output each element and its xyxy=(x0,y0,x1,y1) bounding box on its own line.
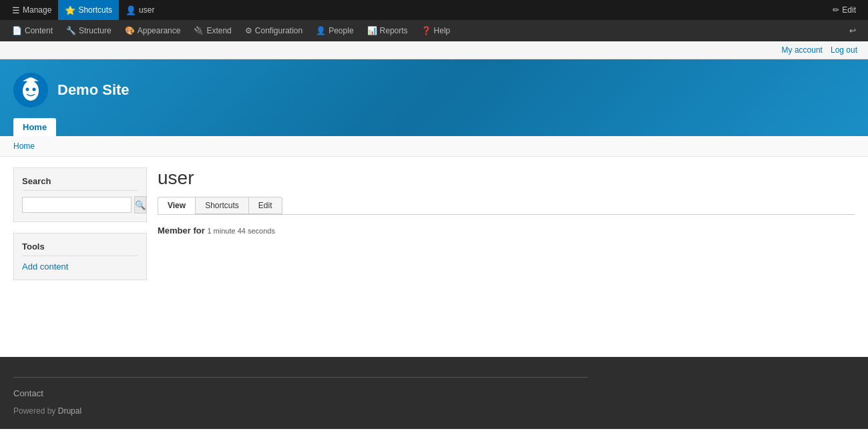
tools-block: Tools Add content xyxy=(13,233,147,280)
content-icon: 📄 xyxy=(12,26,22,35)
search-form: 🔍 xyxy=(22,196,138,213)
extend-icon: 🔌 xyxy=(194,26,204,35)
my-account-link[interactable]: My account xyxy=(782,45,823,55)
search-block: Search 🔍 xyxy=(13,167,147,222)
main-wrapper: Search 🔍 Tools Add content user View Sho… xyxy=(0,157,868,344)
page-title: user xyxy=(158,167,855,189)
admin-toolbar-left: ☰ Manage ⭐ Shortcuts 👤 user xyxy=(5,0,161,20)
search-icon: 🔍 xyxy=(135,200,146,210)
reports-icon: 📊 xyxy=(367,26,377,35)
tab-shortcuts[interactable]: Shortcuts xyxy=(195,197,249,214)
site-header: Demo Site Home xyxy=(0,59,868,136)
primary-nav: Home xyxy=(13,118,855,136)
manage-button[interactable]: ☰ Manage xyxy=(5,0,58,20)
appearance-icon: 🎨 xyxy=(125,26,135,35)
structure-label: Structure xyxy=(79,26,112,35)
secondary-menu: 📄 Content 🔧 Structure 🎨 Appearance 🔌 Ext… xyxy=(0,20,868,41)
site-logo[interactable] xyxy=(13,73,48,107)
secondary-user-item[interactable]: ↩ xyxy=(843,20,863,41)
site-branding: Demo Site xyxy=(13,73,855,114)
shortcuts-icon: ⭐ xyxy=(65,5,75,15)
member-info: Member for 1 minute 44 seconds xyxy=(158,226,855,236)
add-content-link[interactable]: Add content xyxy=(22,262,138,272)
content-menu-item[interactable]: 📄 Content xyxy=(5,20,59,41)
shortcuts-button[interactable]: ⭐ Shortcuts xyxy=(58,0,119,20)
tab-edit[interactable]: Edit xyxy=(248,197,282,214)
appearance-label: Appearance xyxy=(138,26,181,35)
help-menu-item[interactable]: ❓ Help xyxy=(415,20,457,41)
help-label: Help xyxy=(434,26,451,35)
configuration-label: Configuration xyxy=(255,26,302,35)
nav-home[interactable]: Home xyxy=(13,118,56,136)
toolbar-right: ✏ Edit xyxy=(826,0,863,20)
site-name[interactable]: Demo Site xyxy=(57,81,130,99)
powered-by-text: Powered by xyxy=(13,406,55,416)
structure-icon: 🔧 xyxy=(66,26,76,35)
tab-view[interactable]: View xyxy=(158,197,196,214)
help-icon: ❓ xyxy=(421,26,431,35)
member-for-label: Member for xyxy=(158,226,205,236)
contact-link[interactable]: Contact xyxy=(13,388,43,398)
member-duration: 1 minute 44 seconds xyxy=(207,227,275,235)
shortcuts-label: Shortcuts xyxy=(78,5,112,15)
breadcrumb-home-link[interactable]: Home xyxy=(13,141,35,151)
admin-toolbar: ☰ Manage ⭐ Shortcuts 👤 user ✏ Edit xyxy=(0,0,868,20)
edit-button[interactable]: ✏ Edit xyxy=(826,0,863,20)
configuration-icon: ⚙ xyxy=(245,26,252,35)
edit-label: Edit xyxy=(842,5,856,15)
breadcrumb: Home xyxy=(0,136,868,157)
manage-icon: ☰ xyxy=(12,5,20,15)
footer-nav: Contact xyxy=(13,388,855,398)
reports-label: Reports xyxy=(380,26,408,35)
people-menu-item[interactable]: 👤 People xyxy=(309,20,360,41)
tools-block-title: Tools xyxy=(22,242,138,256)
people-icon: 👤 xyxy=(316,26,326,35)
structure-menu-item[interactable]: 🔧 Structure xyxy=(59,20,118,41)
tab-bar: View Shortcuts Edit xyxy=(158,197,855,215)
drupal-link[interactable]: Drupal xyxy=(58,406,81,416)
configuration-menu-item[interactable]: ⚙ Configuration xyxy=(238,20,309,41)
footer-divider xyxy=(13,377,588,378)
content-label: Content xyxy=(25,26,53,35)
search-input[interactable] xyxy=(22,197,132,213)
sidebar: Search 🔍 Tools Add content xyxy=(13,167,147,333)
people-label: People xyxy=(329,26,353,35)
log-out-link[interactable]: Log out xyxy=(831,45,857,55)
svg-point-3 xyxy=(33,88,36,91)
search-button[interactable]: 🔍 xyxy=(134,196,146,213)
site-footer: Contact Powered by Drupal xyxy=(0,357,868,429)
extend-label: Extend xyxy=(206,26,231,35)
appearance-menu-item[interactable]: 🎨 Appearance xyxy=(118,20,188,41)
user-bar: My account Log out xyxy=(0,41,868,59)
svg-point-1 xyxy=(23,81,39,101)
content-area: user View Shortcuts Edit Member for 1 mi… xyxy=(158,167,855,333)
manage-label: Manage xyxy=(23,5,51,15)
search-block-title: Search xyxy=(22,176,138,191)
pencil-icon: ✏ xyxy=(833,5,839,15)
user-icon: 👤 xyxy=(126,5,136,15)
extend-menu-item[interactable]: 🔌 Extend xyxy=(187,20,238,41)
footer-credit: Powered by Drupal xyxy=(13,406,855,416)
svg-point-2 xyxy=(26,88,29,91)
user-button[interactable]: 👤 user xyxy=(119,0,161,20)
arrow-icon: ↩ xyxy=(849,26,856,35)
user-label: user xyxy=(139,5,154,15)
reports-menu-item[interactable]: 📊 Reports xyxy=(361,20,415,41)
secondary-right: ↩ xyxy=(843,20,863,41)
